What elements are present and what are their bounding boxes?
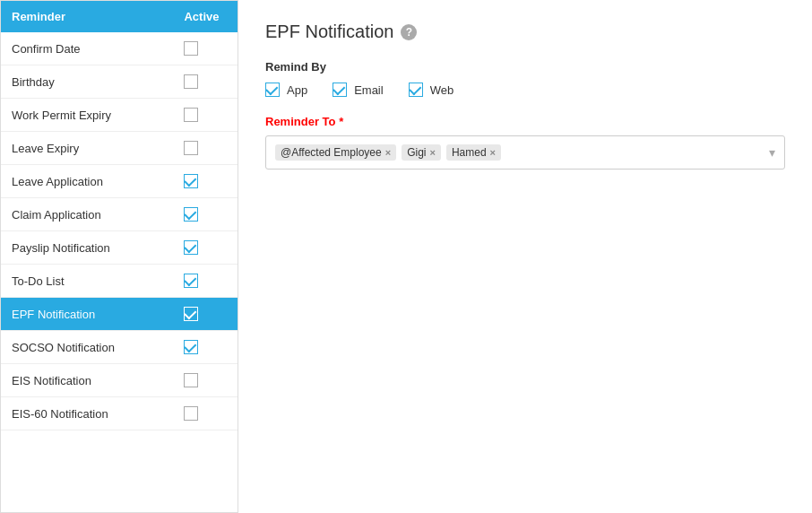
remind-by-label: Remind By xyxy=(265,60,785,74)
sidebar-item-checkbox-epf-notification[interactable] xyxy=(155,307,227,321)
checkbox-to-do-list[interactable] xyxy=(184,274,198,288)
sidebar-header-reminder: Reminder xyxy=(1,1,166,32)
tag-gigi: Gigi× xyxy=(402,144,441,161)
sidebar-item-epf-notification[interactable]: EPF Notification xyxy=(1,298,238,331)
remind-by-section: AppEmailWeb xyxy=(265,83,785,97)
tags-container: @Affected Employee×Gigi×Hamed× xyxy=(275,144,764,161)
tag-label-affected-employee: @Affected Employee xyxy=(281,146,382,159)
checkbox-confirm-date[interactable] xyxy=(184,41,198,56)
sidebar-item-checkbox-claim-application[interactable] xyxy=(155,207,227,222)
reminder-to-input[interactable]: @Affected Employee×Gigi×Hamed× ▾ xyxy=(265,135,785,170)
main-title: EPF Notification ? xyxy=(265,22,785,42)
required-marker: * xyxy=(339,115,343,128)
sidebar-item-label-claim-application: Claim Application xyxy=(12,208,155,222)
tag-hamed: Hamed× xyxy=(446,144,501,161)
sidebar-item-to-do-list[interactable]: To-Do List xyxy=(1,265,238,298)
sidebar-item-label-socso-notification: SOCSO Notification xyxy=(12,341,155,354)
sidebar-item-checkbox-eis-60-notification[interactable] xyxy=(155,406,227,421)
sidebar-item-checkbox-birthday[interactable] xyxy=(155,74,227,89)
dropdown-arrow-icon[interactable]: ▾ xyxy=(769,145,775,160)
sidebar-item-label-work-permit-expiry: Work Permit Expiry xyxy=(12,109,155,122)
sidebar-item-label-epf-notification: EPF Notification xyxy=(12,308,155,321)
tag-remove-gigi[interactable]: × xyxy=(429,147,435,158)
sidebar-item-socso-notification[interactable]: SOCSO Notification xyxy=(1,331,238,364)
reminder-to-label: Reminder To * xyxy=(265,115,785,128)
sidebar-item-checkbox-payslip-notification[interactable] xyxy=(155,240,227,255)
epf-notification-title: EPF Notification xyxy=(265,22,393,42)
tag-label-hamed: Hamed xyxy=(452,146,487,159)
remind-by-checkbox-app[interactable] xyxy=(265,83,280,97)
sidebar-item-label-eis-60-notification: EIS-60 Notification xyxy=(12,407,155,421)
checkbox-payslip-notification[interactable] xyxy=(184,240,198,255)
checkbox-socso-notification[interactable] xyxy=(184,340,198,354)
sidebar-item-work-permit-expiry[interactable]: Work Permit Expiry xyxy=(1,99,238,132)
sidebar-item-label-eis-notification: EIS Notification xyxy=(12,374,155,387)
remind-by-checkbox-web[interactable] xyxy=(409,83,423,97)
tag-remove-hamed[interactable]: × xyxy=(490,147,496,158)
sidebar-item-checkbox-work-permit-expiry[interactable] xyxy=(155,108,227,122)
tag-affected-employee: @Affected Employee× xyxy=(275,144,396,161)
checkbox-claim-application[interactable] xyxy=(184,207,198,222)
remind-by-app[interactable]: App xyxy=(265,83,307,97)
sidebar-item-checkbox-to-do-list[interactable] xyxy=(155,274,227,288)
main-content: EPF Notification ? Remind By AppEmailWeb… xyxy=(238,0,812,513)
remind-by-label-email: Email xyxy=(354,83,384,97)
sidebar-item-eis-notification[interactable]: EIS Notification xyxy=(1,364,238,397)
sidebar-item-claim-application[interactable]: Claim Application xyxy=(1,198,238,231)
sidebar-item-label-leave-expiry: Leave Expiry xyxy=(12,142,155,155)
remind-by-email[interactable]: Email xyxy=(333,83,384,97)
remind-by-label-app: App xyxy=(287,83,307,97)
sidebar-item-leave-application[interactable]: Leave Application xyxy=(1,165,238,198)
sidebar-item-birthday[interactable]: Birthday xyxy=(1,65,238,99)
sidebar-item-label-leave-application: Leave Application xyxy=(12,175,155,188)
sidebar-header: Reminder Active xyxy=(1,1,238,32)
remind-by-web[interactable]: Web xyxy=(409,83,454,97)
sidebar-item-checkbox-confirm-date[interactable] xyxy=(155,41,227,56)
tag-remove-affected-employee[interactable]: × xyxy=(385,147,391,158)
remind-by-label-web: Web xyxy=(430,83,454,97)
checkbox-birthday[interactable] xyxy=(184,74,198,89)
sidebar-item-eis-60-notification[interactable]: EIS-60 Notification xyxy=(1,397,238,430)
sidebar-item-checkbox-socso-notification[interactable] xyxy=(155,340,227,354)
sidebar-item-label-confirm-date: Confirm Date xyxy=(12,42,155,56)
checkbox-leave-expiry[interactable] xyxy=(184,141,198,155)
sidebar: Reminder Active Confirm DateBirthdayWork… xyxy=(0,0,238,513)
checkbox-work-permit-expiry[interactable] xyxy=(184,108,198,122)
sidebar-item-label-payslip-notification: Payslip Notification xyxy=(12,241,155,255)
sidebar-item-label-to-do-list: To-Do List xyxy=(12,274,155,288)
sidebar-header-active: Active xyxy=(166,1,238,32)
checkbox-epf-notification[interactable] xyxy=(184,307,198,321)
checkbox-eis-notification[interactable] xyxy=(184,373,198,387)
sidebar-item-label-birthday: Birthday xyxy=(12,75,155,89)
sidebar-item-checkbox-leave-application[interactable] xyxy=(155,174,227,188)
remind-by-checkbox-email[interactable] xyxy=(333,83,347,97)
sidebar-rows: Confirm DateBirthdayWork Permit ExpiryLe… xyxy=(1,32,238,430)
sidebar-item-payslip-notification[interactable]: Payslip Notification xyxy=(1,231,238,265)
sidebar-item-leave-expiry[interactable]: Leave Expiry xyxy=(1,132,238,165)
sidebar-item-checkbox-eis-notification[interactable] xyxy=(155,373,227,387)
tag-label-gigi: Gigi xyxy=(407,146,426,159)
checkbox-eis-60-notification[interactable] xyxy=(184,406,198,421)
sidebar-item-confirm-date[interactable]: Confirm Date xyxy=(1,32,238,65)
checkbox-leave-application[interactable] xyxy=(184,174,198,188)
help-icon[interactable]: ? xyxy=(401,24,417,40)
sidebar-item-checkbox-leave-expiry[interactable] xyxy=(155,141,227,155)
